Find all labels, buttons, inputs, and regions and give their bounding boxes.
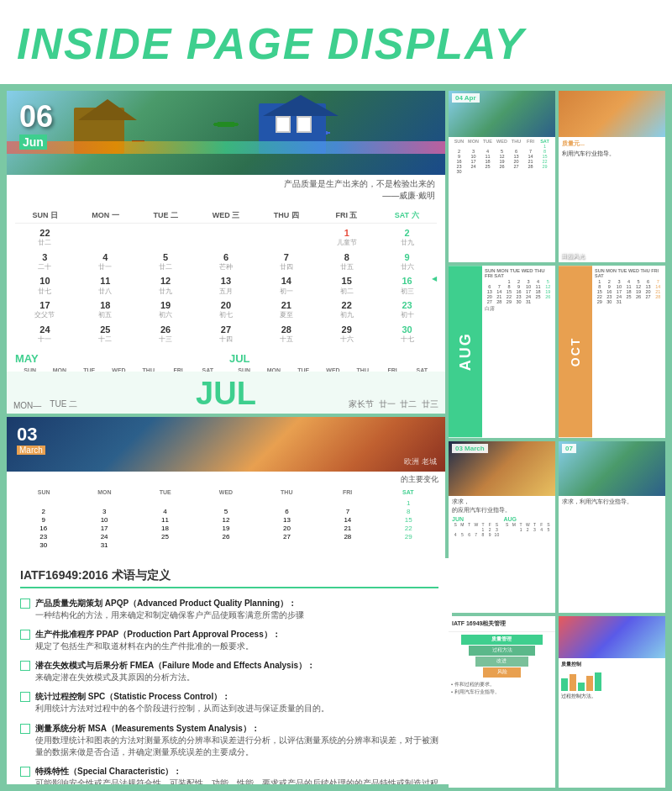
calendar-june-page: 06 Jun 产品质量是生产出来的，不是检验出来的 ——威廉·戴明 SUN 日 … [7, 91, 445, 372]
quality-title: 质量元... [562, 140, 662, 148]
cal-cell [197, 225, 256, 250]
checkbox-msa [20, 724, 30, 734]
bar-2 [570, 674, 576, 691]
cal-cell: 18初五 [76, 298, 135, 322]
cal-cell: 28十五 [256, 322, 316, 346]
quality-image: 田园风光 [559, 91, 665, 137]
cal-cell: 19初六 [136, 298, 196, 322]
march-image: 03 March [449, 441, 555, 496]
iatf-note: • 件和过程的要求。 • 利用汽车行业指导。 [451, 681, 553, 696]
final-image [559, 616, 665, 658]
cal-cell: 11廿八 [76, 273, 135, 298]
extra-label: 家长节 廿一 廿二 廿三 [349, 398, 445, 410]
calendar-week-4: 17交父节 18初五 19初六 20初七 21夏至 22初九 23初十 [15, 298, 437, 322]
july-label: 03 March [17, 424, 45, 455]
left-column: 06 Jun 产品质量是生产出来的，不是检验出来的 ——威廉·戴明 SUN 日 … [0, 84, 445, 791]
cal-cell: 26十三 [136, 322, 196, 346]
right-row-1: 04 Apr SUNMONTUEWEDTHUFRISAT 1 2345678 9… [449, 91, 665, 262]
cal-cell: 12廿九 [136, 273, 196, 298]
iatf-text-spc: 统计过程控制 SPC（Statistic Process Control）： 利… [35, 690, 329, 715]
cal-cell: 25十二 [76, 322, 135, 346]
oct-label: OCT [559, 266, 592, 437]
checkbox-apqp [20, 599, 30, 609]
cal-cell: 3二十 [15, 250, 75, 274]
cal-cell: 14初一 [256, 273, 316, 298]
checkbox-spc [20, 692, 30, 702]
cal-cell [136, 225, 196, 250]
iatf-text-ppap: 生产件批准程序 PPAP（Production Part Approval Pr… [35, 628, 281, 652]
jun-mini-grid: SMTWTFS 123 45678910 [452, 522, 501, 537]
cal-cell-sat: 16初三 [377, 273, 437, 298]
month-overlay: 06 Jun [19, 99, 53, 150]
quality-text: 质量元... 利用汽车行业指导。 [559, 137, 665, 161]
cal-cell-holiday: 1儿童节 [317, 225, 376, 250]
iatf-item-spc: 统计过程控制 SPC（Statistic Process Control）： 利… [20, 690, 438, 715]
oct-card: OCT SUN MON TUE WED THU FRI SAT 1234567 … [559, 266, 665, 437]
bar-3 [578, 683, 585, 691]
checkbox-ppap [20, 630, 30, 640]
funnel-level-1: 质量管理 [461, 635, 542, 645]
funnel-level-2: 过程方法 [469, 646, 535, 656]
checkbox-fmea [20, 661, 30, 671]
oct-inner: OCT SUN MON TUE WED THU FRI SAT 1234567 … [559, 266, 665, 437]
iatf-item-ppap: 生产件批准程序 PPAP（Production Part Approval Pr… [20, 628, 438, 652]
cal-cell: 24十一 [15, 322, 75, 346]
calendar-quote: 产品质量是生产出来的，不是检验出来的 ——威廉·戴明 [7, 175, 445, 205]
iatf-chart-content: 质量管理 过程方法 改进 风险 • 件和过程的要求。 • 利用汽车行业指导。 [449, 632, 555, 699]
iatf-section: IATF16949:2016 术语与定义 产品质量先期策划 APQP（Advan… [7, 558, 452, 784]
page-title: INSIDE PAGE DISPLAY [17, 18, 525, 69]
quality-img-label: 田园风光 [561, 252, 585, 261]
iatf-title: IATF16949:2016 术语与定义 [20, 568, 438, 588]
march-mini-cals: JUN SMTWTFS 123 45678910 AUG SM [449, 516, 555, 540]
calendar-week-2: 3二十 4廿一 5廿二 6芒种 7廿四 8廿五 9廿六 [15, 250, 437, 274]
aug-mini-grid: SMTWTFS 12345 [504, 522, 553, 532]
cal-cell [76, 225, 135, 250]
cal-cell-sat: 23初十 [377, 298, 437, 322]
iatf-text-special: 特殊特性（Special Characteristic）： 可能影响安全性或产品… [35, 765, 438, 784]
july-badge: 07 [562, 444, 576, 453]
jun-mini: JUN SMTWTFS 123 45678910 [452, 516, 501, 537]
july-card: 07 求求，利用汽车行业指导。 [559, 441, 665, 613]
cal-cell: 8廿五 [317, 250, 376, 274]
bar-1 [561, 678, 568, 691]
iatf-text-fmea: 潜在失效模式与后果分析 FMEA（Failure Mode and Effect… [35, 659, 315, 683]
cal-cell: 7廿四 [256, 250, 316, 274]
cal-cell: 29十六 [317, 322, 376, 346]
april-card: 04 Apr SUNMONTUEWEDTHUFRISAT 1 2345678 9… [449, 91, 555, 262]
cal-cell: 22廿二 [15, 225, 75, 250]
right-panels: 04 Apr SUNMONTUEWEDTHUFRISAT 1 2345678 9… [449, 91, 665, 788]
bar-chart [561, 670, 663, 691]
cal-cell: 10廿七 [15, 273, 75, 298]
bar-5 [595, 672, 601, 691]
aug-label: AUG [449, 266, 482, 437]
jul-strip: MON— TUE 二 JUL 家长节 廿一 廿二 廿三 [7, 372, 445, 414]
may-mini-cal: MAY SUNMONTUEWEDTHUFRISAT 123456 7891011… [15, 352, 223, 372]
march-badge: 03 March [452, 444, 488, 453]
location-label: 欧洲 老城 [7, 456, 445, 467]
cal-cell: 17交父节 [15, 298, 75, 322]
jul-mini-cal: JUL SUNMONTUEWEDTHUFRISAT 1 2345678 9101… [229, 352, 437, 372]
calendar-july-page: 03 March 欧洲 老城 的主要变化 SUN MON TUE WED THU… [7, 417, 445, 557]
march-city-card: 03 March 求求， 的应用汽车行业指导。 JUN SMTWTFS [449, 441, 555, 613]
aug-card: AUG SUN MON TUE WED THU FRI SAT 12345 67… [449, 266, 555, 437]
aug-grid: 12345 6789101112 13141516171819 20212223… [485, 279, 553, 304]
april-mini-grid: SUNMONTUEWEDTHUFRISAT 1 2345678 91011121… [452, 139, 552, 174]
may-jul-mini-cals: MAY SUNMONTUEWEDTHUFRISAT 123456 7891011… [7, 349, 445, 372]
funnel-level-4: 风险 [483, 667, 521, 678]
cal-cell: 5廿二 [136, 250, 196, 274]
tue-label: TUE 二 [50, 398, 77, 410]
cal-cell: 13五月 [197, 273, 256, 298]
calendar-header-image [7, 91, 445, 175]
iatf-item-msa: 测量系统分析 MSA（Measurements System Analysis）… [20, 722, 438, 759]
oct-cal-content: SUN MON TUE WED THU FRI SAT 1234567 8910… [592, 266, 665, 437]
april-body: SUNMONTUEWEDTHUFRISAT 1 2345678 91011121… [449, 137, 555, 262]
bottom-calendar-header: SUN MON TUE WED THU FRI SAT [7, 488, 445, 497]
quality-desc: 利用汽车行业指导。 [562, 150, 662, 158]
checkbox-special [20, 767, 30, 777]
bottom-cal-quote: 的主要变化 [7, 472, 445, 488]
jul-strip-inner: MON— TUE 二 JUL 家长节 廿一 廿二 廿三 [7, 372, 445, 414]
cal-cell: 20初七 [197, 298, 256, 322]
july-image: 07 [559, 441, 665, 496]
march-text: 求求， 的应用汽车行业指导。 [449, 496, 555, 516]
funnel-diagram: 质量管理 过程方法 改进 风险 [451, 635, 553, 678]
